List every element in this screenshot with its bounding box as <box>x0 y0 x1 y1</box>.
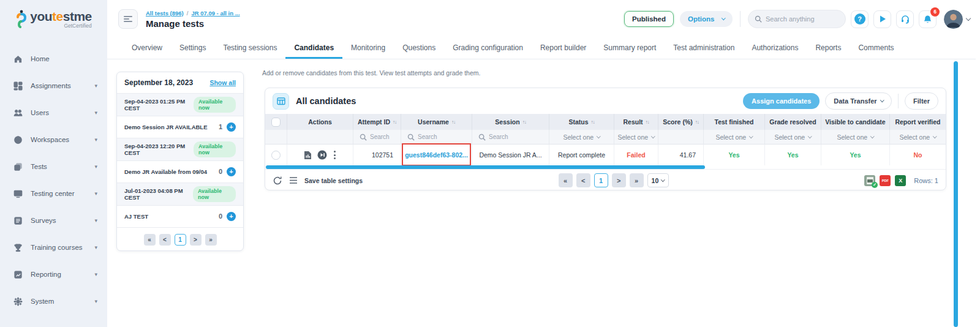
tab-candidates[interactable]: Candidates <box>285 38 342 59</box>
session-date-row[interactable]: Sep-04-2023 01:25 PM CEST Available now <box>117 93 243 116</box>
chevron-down-icon <box>880 98 884 102</box>
tab-authorizations[interactable]: Authorizations <box>743 38 807 59</box>
tab-summary-report[interactable]: Summary report <box>595 38 665 59</box>
account-menu-chevron-icon[interactable] <box>966 15 971 20</box>
tutorials-button[interactable] <box>873 10 891 28</box>
export-spreadsheet-icon[interactable]: ✓ <box>864 175 875 186</box>
column-header-status[interactable]: Status↑↓ <box>549 114 614 130</box>
sidebar-item-workspaces[interactable]: Workspaces ▾ <box>0 126 107 153</box>
save-table-settings-button[interactable]: Save table settings <box>304 177 363 184</box>
session-date-row[interactable]: Jul-01-2023 04:08 PM CEST Available now <box>117 182 243 205</box>
first-page-button[interactable]: « <box>144 234 156 246</box>
report-verified-filter-select[interactable]: Select one <box>899 133 936 141</box>
next-page-button[interactable]: > <box>190 234 202 246</box>
page-number-button[interactable]: 1 <box>594 173 608 187</box>
tab-settings[interactable]: Settings <box>171 38 214 59</box>
prev-page-button[interactable]: < <box>159 234 171 246</box>
sort-icon[interactable]: ↑↓ <box>646 119 649 125</box>
first-page-button[interactable]: « <box>559 173 573 187</box>
column-header-score[interactable]: Score (%)↑↓ <box>658 114 704 130</box>
status-filter-select[interactable]: Select one <box>563 133 600 141</box>
last-page-button[interactable]: » <box>630 173 644 187</box>
sidebar-item-tests[interactable]: Tests ▾ <box>0 153 107 180</box>
user-avatar[interactable] <box>944 10 963 29</box>
session-row[interactable]: AJ TEST 0+ <box>117 205 243 228</box>
breadcrumb-test-link[interactable]: JR 07.09 - all in ... <box>191 10 239 17</box>
menu-toggle-button[interactable] <box>118 9 138 29</box>
sort-icon[interactable]: ↑↓ <box>522 119 526 125</box>
session-row[interactable]: Demo Session JR AVAILABLE 1+ <box>117 116 243 138</box>
username-filter-input[interactable] <box>418 133 466 140</box>
tab-overview[interactable]: Overview <box>123 38 171 59</box>
test-finished-filter-select[interactable]: Select one <box>715 133 752 141</box>
sort-icon[interactable]: ↑↓ <box>451 119 455 125</box>
attempt-id-filter-input[interactable] <box>370 133 394 140</box>
tab-testing-sessions[interactable]: Testing sessions <box>214 38 285 59</box>
visible-to-candidate-filter-select[interactable]: Select one <box>837 133 873 141</box>
global-search-input[interactable] <box>766 15 839 23</box>
username-link[interactable]: guest846def63-802... <box>405 151 468 159</box>
sidebar-item-training-courses[interactable]: Training courses ▾ <box>0 234 107 261</box>
brand-logo[interactable]: youtestme GetCertified <box>0 0 107 38</box>
notifications-button[interactable]: 6 <box>919 10 937 28</box>
tab-monitoring[interactable]: Monitoring <box>342 38 394 59</box>
tab-grading-configuration[interactable]: Grading configuration <box>444 38 532 59</box>
add-candidate-icon[interactable]: + <box>227 122 236 132</box>
sidebar-item-assignments[interactable]: Assignments ▾ <box>0 72 107 99</box>
add-candidate-icon[interactable]: + <box>227 167 236 176</box>
prev-page-button[interactable]: < <box>576 173 590 187</box>
column-header-session[interactable]: Session↑↓ <box>472 114 549 130</box>
sidebar-item-testing-center[interactable]: Testing center ▾ <box>0 180 107 207</box>
data-transfer-button[interactable]: Data Transfer <box>825 92 892 110</box>
monitoring-recording-icon[interactable] <box>317 150 327 160</box>
tab-questions[interactable]: Questions <box>394 38 444 59</box>
vertical-scrollbar[interactable] <box>954 61 958 327</box>
sidebar-item-home[interactable]: Home <box>0 45 107 72</box>
column-header-result[interactable]: Result↑↓ <box>614 114 658 130</box>
export-excel-icon[interactable]: X <box>895 175 906 186</box>
sort-icon[interactable]: ↑↓ <box>591 119 595 125</box>
published-status-button[interactable]: Published <box>624 11 674 27</box>
brand-name: youtestme <box>30 9 92 23</box>
sidebar-item-surveys[interactable]: Surveys ▾ <box>0 207 107 234</box>
page-size-select[interactable]: 10 <box>647 173 669 187</box>
page-number-button[interactable]: 1 <box>175 234 186 246</box>
help-button[interactable]: ? <box>851 10 869 28</box>
breadcrumb-all-tests-link[interactable]: All tests (896) <box>146 10 184 17</box>
session-date-row[interactable]: Sep-04-2023 12:20 PM CEST Available now <box>117 138 243 160</box>
sort-icon[interactable]: ↑↓ <box>695 119 699 125</box>
assign-candidates-button[interactable]: Assign candidates <box>743 93 820 109</box>
table-footer: Save table settings « < 1 > » 10 ✓ PDF X… <box>265 169 946 190</box>
add-candidate-icon[interactable]: + <box>227 212 236 221</box>
grade-resolved-filter-select[interactable]: Select one <box>774 133 811 141</box>
tab-report-builder[interactable]: Report builder <box>532 38 595 59</box>
select-all-checkbox[interactable] <box>271 118 281 127</box>
next-page-button[interactable]: > <box>612 173 626 187</box>
options-button[interactable]: Options <box>680 11 733 27</box>
table-settings-icon[interactable] <box>289 176 298 184</box>
tab-test-administration[interactable]: Test administration <box>665 38 743 59</box>
tab-reports[interactable]: Reports <box>807 38 850 59</box>
result-filter-select[interactable]: Select one <box>617 133 654 141</box>
last-page-button[interactable]: » <box>205 234 217 246</box>
session-row[interactable]: Demo JR Available from 09/04 0+ <box>117 160 243 183</box>
column-header-username[interactable]: Username↑↓ <box>401 114 472 130</box>
column-header-attempt-id[interactable]: Attempt ID↑↓ <box>353 114 401 130</box>
more-actions-icon[interactable] <box>333 149 337 160</box>
personal-report-icon[interactable] <box>304 151 312 159</box>
refresh-icon[interactable] <box>273 176 282 186</box>
show-all-link[interactable]: Show all <box>209 79 236 86</box>
sidebar-item-system[interactable]: System ▾ <box>0 288 107 315</box>
export-pdf-icon[interactable]: PDF <box>880 175 891 186</box>
horizontal-scrollbar[interactable] <box>266 165 705 169</box>
sort-icon[interactable]: ↑↓ <box>393 119 396 125</box>
filter-button[interactable]: Filter <box>905 92 938 110</box>
sidebar-item-reporting[interactable]: Reporting ▾ <box>0 261 107 288</box>
session-filter-input[interactable] <box>489 133 543 140</box>
row-checkbox[interactable] <box>271 151 281 160</box>
sidebar-item-users[interactable]: Users ▾ <box>0 99 107 126</box>
tab-comments[interactable]: Comments <box>850 38 902 59</box>
column-header-test-finished: Test finished <box>704 114 765 130</box>
support-button[interactable] <box>896 10 914 28</box>
global-search[interactable] <box>748 10 846 28</box>
